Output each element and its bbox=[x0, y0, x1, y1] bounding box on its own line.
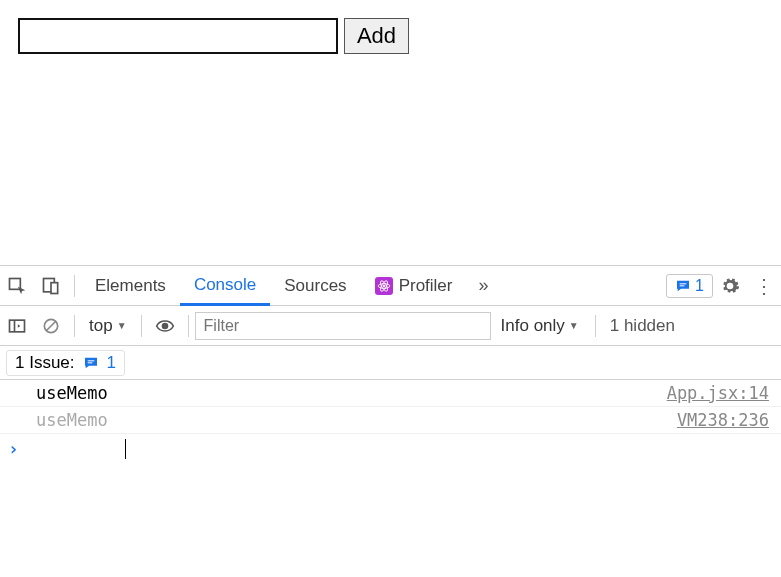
log-level-label: Info only bbox=[501, 316, 565, 336]
svg-rect-2 bbox=[51, 282, 58, 293]
console-toolbar: top ▼ Info only ▼ 1 hidden bbox=[0, 306, 781, 346]
svg-line-13 bbox=[46, 321, 56, 331]
svg-rect-7 bbox=[680, 283, 687, 284]
divider bbox=[74, 315, 75, 337]
device-toggle-icon[interactable] bbox=[34, 266, 68, 306]
svg-rect-8 bbox=[680, 285, 685, 286]
issue-summary[interactable]: 1 Issue: 1 bbox=[6, 350, 125, 376]
svg-rect-16 bbox=[87, 362, 92, 363]
log-row: useMemo VM238:236 bbox=[0, 407, 781, 434]
tab-elements[interactable]: Elements bbox=[81, 266, 180, 306]
context-label: top bbox=[89, 316, 113, 336]
add-button[interactable]: Add bbox=[344, 18, 409, 54]
log-source-link[interactable]: VM238:236 bbox=[677, 410, 769, 430]
issues-count: 1 bbox=[695, 277, 704, 295]
log-message: useMemo bbox=[36, 410, 108, 430]
clear-console-icon[interactable] bbox=[34, 306, 68, 346]
more-tabs-icon[interactable]: » bbox=[466, 266, 500, 306]
svg-rect-15 bbox=[87, 360, 94, 361]
prompt-chevron-icon: › bbox=[8, 438, 19, 459]
hidden-messages-label[interactable]: 1 hidden bbox=[602, 316, 683, 336]
toggle-sidebar-icon[interactable] bbox=[0, 306, 34, 346]
gear-icon[interactable] bbox=[713, 266, 747, 306]
devtools-tabbar: Elements Console Sources Profiler » 1 bbox=[0, 266, 781, 306]
tab-profiler-label: Profiler bbox=[399, 276, 453, 296]
issue-label: 1 Issue: bbox=[15, 353, 75, 373]
log-row: useMemo App.jsx:14 bbox=[0, 380, 781, 407]
log-message: useMemo bbox=[36, 383, 108, 403]
divider bbox=[595, 315, 596, 337]
react-icon bbox=[375, 277, 393, 295]
console-issue-bar: 1 Issue: 1 bbox=[0, 346, 781, 380]
message-icon bbox=[675, 278, 691, 294]
inspect-element-icon[interactable] bbox=[0, 266, 34, 306]
chevron-down-icon: ▼ bbox=[569, 320, 579, 331]
devtools-panel: Elements Console Sources Profiler » 1 bbox=[0, 265, 781, 463]
console-filter-input[interactable] bbox=[195, 312, 491, 340]
svg-point-14 bbox=[161, 322, 168, 329]
svg-rect-9 bbox=[10, 320, 25, 332]
log-level-selector[interactable]: Info only ▼ bbox=[491, 316, 589, 336]
execution-context-selector[interactable]: top ▼ bbox=[81, 316, 135, 336]
console-output: useMemo App.jsx:14 useMemo VM238:236 › bbox=[0, 380, 781, 463]
live-expression-icon[interactable] bbox=[148, 306, 182, 346]
chevron-down-icon: ▼ bbox=[117, 320, 127, 331]
console-prompt[interactable]: › bbox=[0, 434, 781, 463]
svg-marker-11 bbox=[18, 324, 21, 327]
divider bbox=[74, 275, 75, 297]
text-caret bbox=[125, 439, 126, 459]
kebab-menu-icon[interactable]: ⋮ bbox=[747, 266, 781, 306]
tab-console[interactable]: Console bbox=[180, 266, 270, 306]
svg-point-6 bbox=[383, 285, 385, 287]
tab-sources[interactable]: Sources bbox=[270, 266, 360, 306]
divider bbox=[141, 315, 142, 337]
page-content: Add bbox=[0, 0, 781, 265]
tab-profiler[interactable]: Profiler bbox=[361, 266, 467, 306]
divider bbox=[188, 315, 189, 337]
app-text-input[interactable] bbox=[18, 18, 338, 54]
log-source-link[interactable]: App.jsx:14 bbox=[667, 383, 769, 403]
issue-count: 1 bbox=[107, 353, 116, 373]
issues-pill[interactable]: 1 bbox=[666, 274, 713, 298]
message-icon bbox=[83, 355, 99, 371]
